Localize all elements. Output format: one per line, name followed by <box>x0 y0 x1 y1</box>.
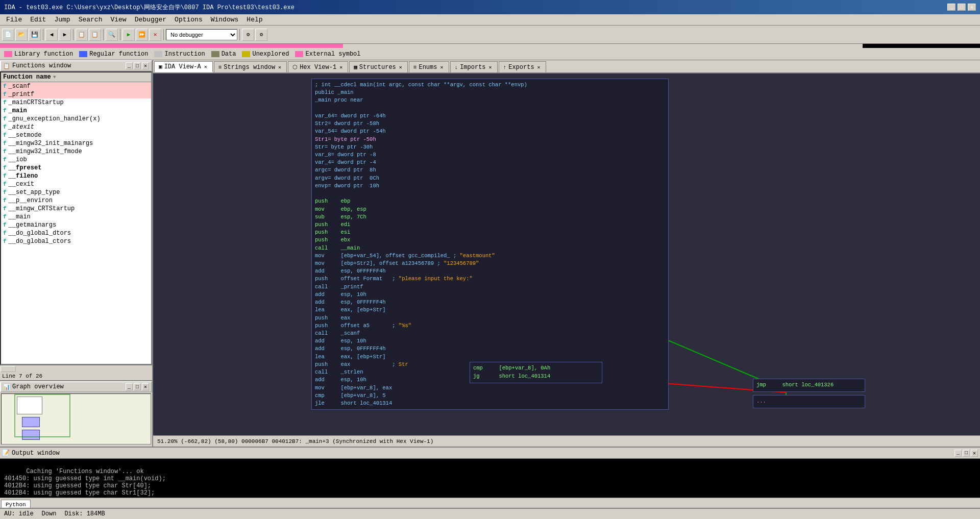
right-block2: ... <box>753 395 865 408</box>
func-item-getmainargs[interactable]: f __getmainargs <box>1 221 151 229</box>
func-item-iob[interactable]: f __iob <box>1 156 151 164</box>
toolbar-copy[interactable]: 📋 <box>76 29 88 41</box>
graph-overview-panel: 📊 Graph overview _ □ ✕ <box>0 380 152 447</box>
func-item-fpreset[interactable]: f __fpreset <box>1 164 151 172</box>
func-icon-printf: f <box>3 91 7 97</box>
func-item-environ[interactable]: f __p__environ <box>1 196 151 205</box>
graph-overview-float[interactable]: □ <box>134 383 141 390</box>
func-item-gnu[interactable]: f _gnu_exception_handler(x) <box>1 115 151 123</box>
functions-panel-controls: _ □ ✕ <box>126 62 149 69</box>
legend-data-color <box>211 51 219 57</box>
output-close[interactable]: ✕ <box>971 450 978 457</box>
graph-overview-close[interactable]: ✕ <box>142 383 149 390</box>
menu-view[interactable]: View <box>106 15 130 24</box>
menu-options[interactable]: Options <box>170 15 207 24</box>
functions-float-btn[interactable]: □ <box>134 62 141 69</box>
window-title: IDA - test03.exe C:\Users\yxz\Desktop\网络… <box>4 3 295 12</box>
legend-data: Data <box>211 51 236 58</box>
output-float[interactable]: □ <box>963 450 970 457</box>
right-block2-code: ... <box>753 396 865 408</box>
tab-exports[interactable]: ↑ Exports ✕ <box>499 61 546 72</box>
toolbar-new[interactable]: 📄 <box>2 29 14 41</box>
tab-hex-icon: ⬡ <box>292 64 298 70</box>
graph-overview-minimize[interactable]: _ <box>126 383 133 390</box>
menu-edit[interactable]: Edit <box>26 15 50 24</box>
toolbar-sep3 <box>103 29 104 40</box>
functions-close-btn[interactable]: ✕ <box>142 62 149 69</box>
toolbar-back[interactable]: ◀ <box>45 29 58 41</box>
graph-overview-content[interactable] <box>1 393 151 444</box>
close-button[interactable]: ✕ <box>968 4 976 11</box>
menu-debugger[interactable]: Debugger <box>131 15 170 24</box>
func-name-fpreset: __fpreset <box>9 164 42 171</box>
toolbar-extra2[interactable]: ⚙ <box>255 29 267 41</box>
toolbar-run[interactable]: ▶ <box>122 29 135 41</box>
tab-ida-view-close[interactable]: ✕ <box>203 64 208 70</box>
func-item-ctors[interactable]: f __do_global_ctors <box>1 237 151 245</box>
tab-structures[interactable]: ▦ Structures ✕ <box>349 61 408 72</box>
toolbar-search[interactable]: 🔍 <box>106 29 118 41</box>
tab-enums-close[interactable]: ✕ <box>439 64 444 70</box>
func-item-cexit[interactable]: f __cexit <box>1 180 151 188</box>
menu-jump[interactable]: Jump <box>50 15 74 24</box>
menu-help[interactable]: Help <box>242 15 266 24</box>
menu-search[interactable]: Search <box>75 15 107 24</box>
tab-exports-close[interactable]: ✕ <box>536 64 542 70</box>
toolbar-paste[interactable]: 📋 <box>89 29 101 41</box>
tab-imports[interactable]: ↓ Imports ✕ <box>450 61 498 72</box>
tab-strings-label: Strings window <box>224 64 275 71</box>
func-item-scanf[interactable]: f _scanf <box>1 82 151 90</box>
graph-overview-label: Graph overview <box>12 383 64 390</box>
func-item-printf[interactable]: f _printf <box>1 90 151 98</box>
func-item-main[interactable]: f _main <box>1 107 151 115</box>
function-list-header: Function name ▼ <box>1 72 151 82</box>
func-item-atexit[interactable]: f _atexit <box>1 123 151 131</box>
function-list[interactable]: Function name ▼ f _scanf f _printf f _ma… <box>0 71 152 365</box>
func-item-mingwcrt[interactable]: f __mingw_CRTStartup <box>1 205 151 213</box>
toolbar-extra1[interactable]: ⚙ <box>242 29 254 41</box>
tab-imports-label: Imports <box>460 64 485 71</box>
right-block1: jmp short loc_401326 <box>753 379 865 392</box>
legend-regular-label: Regular function <box>89 51 148 58</box>
legend-regular: Regular function <box>79 51 148 58</box>
func-item-mingw1[interactable]: f __mingw32_init_mainargs <box>1 139 151 147</box>
scrollbar-thumb-h[interactable] <box>1 366 16 372</box>
minimize-button[interactable]: _ <box>947 4 955 11</box>
legend-regular-color <box>79 51 87 57</box>
graph-canvas[interactable]: ; int __cdecl main(int argc, const char … <box>153 73 980 435</box>
legend-library: Library function <box>4 51 73 58</box>
debugger-dropdown[interactable]: No debugger <box>166 29 237 40</box>
tab-structures-close[interactable]: ✕ <box>398 64 403 70</box>
toolbar-stop[interactable]: ✕ <box>149 29 161 41</box>
func-item-fileno[interactable]: f __fileno <box>1 172 151 180</box>
tab-strings[interactable]: ≡ Strings window ✕ <box>214 61 287 72</box>
tab-ida-view[interactable]: ▣ IDA View-A ✕ <box>154 61 213 72</box>
tab-strings-close[interactable]: ✕ <box>277 64 282 70</box>
output-minimize[interactable]: _ <box>954 450 962 457</box>
toolbar-save[interactable]: 💾 <box>29 29 41 41</box>
tab-imports-close[interactable]: ✕ <box>488 64 493 70</box>
toolbar-sep1 <box>43 29 43 40</box>
functions-minimize-btn[interactable]: _ <box>126 62 133 69</box>
menu-file[interactable]: File <box>2 15 26 24</box>
status-text: 51.20% (-662,82) (58,80) 000006B7 004012… <box>157 438 433 444</box>
toolbar-fwd[interactable]: ▶ <box>59 29 71 41</box>
toolbar-sep2 <box>73 29 74 40</box>
func-item-main2[interactable]: f __main <box>1 213 151 221</box>
tab-hex[interactable]: ⬡ Hex View-1 ✕ <box>288 61 348 72</box>
toolbar-step[interactable]: ⏩ <box>136 29 148 41</box>
func-item-setapptype[interactable]: f __set_app_type <box>1 188 151 196</box>
func-item-maincrtstart[interactable]: f _mainCRTStartup <box>1 98 151 107</box>
func-icon-fileno: f <box>3 173 7 179</box>
output-text: Caching 'Functions window'... ok 401450:… <box>4 468 166 497</box>
functions-scrollbar-h[interactable] <box>0 365 152 372</box>
toolbar-open[interactable]: 📂 <box>15 29 28 41</box>
tab-enums[interactable]: ≡ Enums ✕ <box>409 61 449 72</box>
menu-windows[interactable]: Windows <box>207 15 243 24</box>
maximize-button[interactable]: □ <box>958 4 966 11</box>
func-item-dtors[interactable]: f __do_global_dtors <box>1 229 151 237</box>
func-icon-ctors: f <box>3 238 7 244</box>
tab-hex-close[interactable]: ✕ <box>338 64 344 70</box>
func-item-mingw2[interactable]: f __mingw32_init_fmode <box>1 147 151 156</box>
func-item-setmode[interactable]: f __setmode <box>1 131 151 139</box>
